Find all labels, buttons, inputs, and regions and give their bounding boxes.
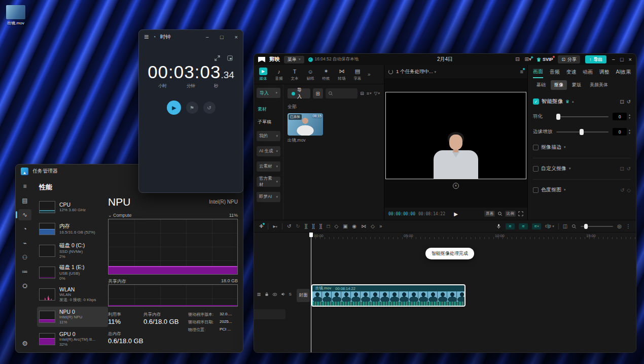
expand-chevron[interactable]: ▾ [564, 145, 566, 149]
minimize-button[interactable]: − [205, 34, 208, 40]
grid-view-button[interactable]: ⊞ [313, 88, 323, 98]
subtab-keying[interactable]: 抠像 [551, 80, 567, 90]
desktop-shortcut[interactable]: 出镜.mov [4, 5, 27, 26]
crop-icon[interactable]: ▣ [343, 224, 347, 229]
picker-icon[interactable]: ◇ [627, 187, 631, 193]
delete-icon[interactable]: □ [327, 224, 330, 229]
subtab-basic[interactable]: 基础 [533, 80, 549, 90]
zoom-out-icon[interactable] [571, 224, 577, 229]
nav-processes-icon[interactable]: ▤ [18, 195, 31, 206]
chroma-key-checkbox[interactable] [533, 187, 539, 193]
task-status[interactable]: 1 个任务处理中... ▾ [396, 69, 436, 75]
mirror-icon[interactable]: ⋈ [361, 224, 366, 229]
freeze-frame-icon[interactable]: ◉ [352, 224, 357, 229]
more-options-icon[interactable]: ⋮ [626, 224, 631, 229]
search-input[interactable] [326, 88, 358, 98]
ratio-button[interactable]: 比例 [505, 211, 516, 217]
fullscreen-icon[interactable] [518, 211, 523, 216]
edge-stepper[interactable]: ▲▼ [628, 129, 631, 135]
fit-timeline-icon[interactable]: ◎ [617, 224, 622, 229]
tab-effects[interactable]: ✶ 特效 [318, 68, 334, 81]
perf-item-disk0[interactable]: 磁盘 0 (C:) SSD (NVMe) 2% [37, 241, 108, 261]
reset-icon[interactable]: ↺ [627, 166, 631, 172]
perf-item-cpu[interactable]: CPU 12% 3.60 GHz [37, 197, 108, 217]
keying-stroke-checkbox[interactable] [533, 145, 539, 150]
edge-value[interactable]: 0 [613, 128, 627, 136]
hide-track-icon[interactable] [272, 292, 277, 296]
sidebar-import-dropdown[interactable]: 导入▾ [257, 88, 280, 98]
split-left-icon[interactable]: ][ [312, 224, 315, 229]
start-stopwatch-button[interactable]: ▶ [167, 101, 181, 115]
perf-item-wlan[interactable]: WLAN WLAN 发送: 0 接收: 0 Kbps [37, 284, 108, 305]
sidebar-item-subdraft[interactable]: 子草稿 [258, 119, 279, 125]
reset-button[interactable]: ↺ [203, 102, 216, 114]
edge-slider[interactable] [556, 131, 609, 133]
tab-text[interactable]: T 文本 [287, 68, 302, 81]
hamburger-menu-icon[interactable]: ≡ [144, 33, 149, 41]
zoom-fit-icon[interactable] [497, 211, 503, 216]
nav-details-icon[interactable]: ≔ [18, 266, 31, 277]
playhead-handle[interactable] [309, 233, 313, 237]
add-track-area[interactable] [254, 309, 285, 319]
split-icon[interactable]: ][ [305, 224, 308, 229]
feather-stepper[interactable]: ▲▼ [628, 114, 631, 119]
nav-startup-icon[interactable]: ⌁ [18, 238, 31, 249]
smart-tool-button-2[interactable]: ≋ [519, 223, 528, 229]
feather-slider[interactable] [556, 116, 609, 117]
smart-tool-button-1[interactable]: ≋ [506, 223, 515, 229]
perf-item-disk1[interactable]: 磁盘 1 (E:) USB (USB) 0% [37, 262, 108, 283]
smart-keying-checkbox[interactable]: ✓ [533, 98, 539, 105]
sidebar-item-jimeng-ai[interactable]: 即梦AI▾ [257, 192, 280, 202]
expand-chevron[interactable]: ▾ [564, 188, 566, 192]
import-button[interactable]: 导入 [288, 88, 310, 98]
sidebar-item-mine[interactable]: 我的▾ [257, 131, 280, 141]
tab-animation[interactable]: 动画 [583, 65, 593, 78]
add-media-icon[interactable]: ✚ [259, 224, 263, 229]
undo-icon[interactable]: ↺ [287, 224, 291, 229]
nav-users-icon[interactable]: ⚇ [18, 252, 31, 263]
record-voice-icon[interactable] [496, 223, 502, 229]
redo-icon[interactable]: ↻ [296, 224, 300, 229]
split-right-icon[interactable]: ][ [319, 224, 323, 229]
close-button[interactable]: × [235, 34, 238, 40]
feather-value[interactable]: 0 [613, 113, 627, 120]
solo-track-icon[interactable]: S [289, 292, 292, 296]
nav-performance-icon[interactable]: ∿ [18, 209, 31, 220]
custom-keying-checkbox[interactable] [533, 166, 539, 172]
sidebar-item-official-material[interactable]: 官方素材▾ [257, 177, 280, 187]
keyframe-icon[interactable]: ⊡ [620, 99, 624, 105]
clip-options-dropdown[interactable]: c|p ▾ [545, 224, 554, 228]
tab-transitions[interactable]: ⋈ 转场 [334, 68, 349, 81]
play-button[interactable]: ▶ [454, 211, 458, 217]
layout-panel-icon[interactable]: ⊟ [515, 57, 519, 62]
collapse-tracks-icon[interactable]: ▥ [257, 292, 261, 296]
lock-track-icon[interactable] [265, 292, 269, 296]
perf-item-gpu[interactable]: GPU 0 Intel(R) Arc(TM) B... 32% [37, 329, 108, 349]
reset-icon[interactable]: ↺ [620, 187, 624, 193]
nav-services-icon[interactable]: ⛭ [18, 280, 31, 291]
subtab-beauty[interactable]: 美颜美体 [586, 80, 612, 90]
export-button[interactable]: ↑ 导出 [585, 55, 607, 63]
share-button[interactable]: ⊡ 分享 [558, 55, 580, 63]
playhead[interactable] [311, 233, 311, 352]
workspace-layout-icon[interactable]: ⊞▾ [525, 57, 531, 62]
tab-audio[interactable]: ♪ 音频 [271, 68, 287, 81]
rotate-handle-icon[interactable]: ✕ [453, 183, 459, 189]
svip-button[interactable]: ♛ SVIP [536, 57, 553, 62]
tab-speed[interactable]: 变速 [566, 65, 576, 78]
expand-chevron[interactable]: ▾ [569, 167, 571, 171]
select-tool-icon[interactable]: ▸▾ [273, 224, 277, 229]
menu-button[interactable]: 菜单▾ [284, 56, 304, 63]
tab-audio-props[interactable]: 音频 [550, 65, 560, 78]
sidebar-item-material[interactable]: 素材 [258, 106, 279, 113]
subtab-mask[interactable]: 蒙版 [568, 80, 585, 90]
timeline-zoom-slider[interactable] [581, 226, 613, 227]
minimize-button[interactable]: − [612, 56, 615, 62]
quality-button[interactable]: 原画 [484, 211, 495, 217]
more-tabs-chevron[interactable]: » [368, 72, 371, 77]
maximize-button[interactable]: □ [220, 34, 224, 40]
reset-icon[interactable]: ↺ [627, 99, 631, 105]
nav-history-icon[interactable]: ◔ [18, 223, 31, 235]
layout-toggle-icon[interactable]: ⊟ [360, 91, 364, 96]
shape-icon[interactable]: ◇ [371, 224, 375, 229]
